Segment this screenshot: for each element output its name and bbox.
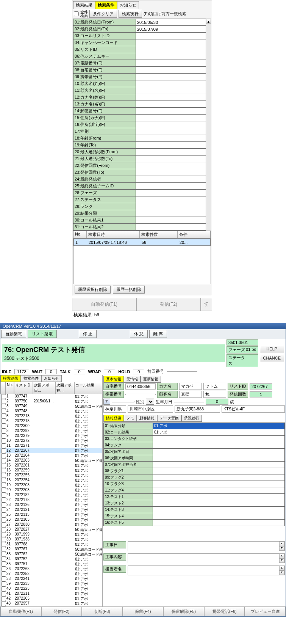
list-row[interactable]: 30397193801:アポ [0,537,102,542]
condition-input[interactable]: 2015/07/09 [136,26,211,33]
break-button[interactable]: 休 憩 [130,330,148,338]
row-checkbox[interactable] [1,503,6,507]
row-checkbox[interactable] [1,532,6,537]
kana-mei[interactable]: ツトム [203,383,226,390]
list-row[interactable]: 5207221301:アポ [0,414,102,419]
register-value[interactable] [153,442,285,449]
condition-input[interactable] [136,196,211,203]
cut-button[interactable]: 切 [201,298,212,311]
call-button[interactable]: 発信(F2) [136,298,201,311]
auto-dial-button[interactable]: 自動架電 [1,330,26,338]
condition-input[interactable] [136,217,211,224]
register-value[interactable] [153,481,285,487]
row-checkbox[interactable] [1,438,6,443]
list-row[interactable]: 42207220501:アポ [0,596,102,601]
row-checkbox[interactable] [1,409,6,414]
condition-input[interactable] [136,60,211,67]
condition-input[interactable] [136,142,211,149]
list-row[interactable]: 12207226701:アポ [0,448,102,453]
execute-search-button[interactable]: 検索実行 [119,10,142,18]
tab-orig-info[interactable]: 元情報 [124,376,141,383]
condition-input[interactable] [136,115,211,121]
condition-input[interactable] [136,74,211,80]
condition-input[interactable] [136,67,211,74]
stop-button[interactable]: 停 止 [79,330,97,338]
scrollbar[interactable]: ▲ [206,19,211,231]
condition-input[interactable]: 2015/05/30 [136,19,211,26]
row-checkbox[interactable] [1,596,6,601]
row-checkbox[interactable] [1,429,6,434]
row-checkbox[interactable] [1,576,6,581]
register-value[interactable] [153,500,285,507]
tab-conditions[interactable]: 検索条件 [95,1,117,9]
list-row[interactable]: 38207224101:アポ [0,576,102,581]
register-value[interactable]: 01:アポ [153,429,285,436]
list-dial-button[interactable]: リスト架電 [28,330,57,338]
condition-input[interactable] [136,169,211,176]
condition-input[interactable] [136,87,211,94]
tab-notice[interactable]: お知らせ [117,1,139,9]
building-value[interactable]: KTSビル4F [222,405,285,413]
list-row[interactable]: 7207230001:アポ [0,424,102,429]
row-checkbox[interactable] [1,498,6,503]
list-row[interactable]: 8207229201:アポ [0,429,102,434]
register-value[interactable] [153,507,285,513]
memo-date-input[interactable]: ▲▼ [128,541,285,551]
pref-value[interactable]: 神奈川県 [103,405,126,413]
list-row[interactable]: 3339776250:結果コード未 [0,552,102,557]
row-checkbox[interactable] [1,414,6,419]
list-row[interactable]: 3239776750:結果コード未 [0,547,102,552]
row-checkbox[interactable] [1,493,6,498]
away-button[interactable]: 離 席 [149,330,167,338]
list-row[interactable]: 17207225501:アポ [0,473,102,478]
list-row[interactable]: 22207217801:アポ [0,498,102,503]
list-row[interactable]: 339774950:結果コード未 [0,404,102,409]
city-value[interactable]: 川崎市中原区 [128,405,173,413]
row-checkbox[interactable] [1,463,6,468]
dob-value[interactable] [174,401,204,402]
condition-input[interactable] [136,176,211,183]
row-checkbox[interactable] [1,399,6,404]
memo-person-input[interactable]: ▲▼ [128,565,285,575]
row-checkbox[interactable] [1,606,6,606]
register-value[interactable] [153,487,285,494]
row-checkbox[interactable] [1,562,6,567]
tab-replace[interactable]: データ置換 [157,415,181,422]
tab-customer[interactable]: 顧客情報 [137,415,157,422]
all-search-checkbox[interactable] [74,11,79,16]
condition-input[interactable] [136,108,211,115]
condition-input[interactable] [136,135,211,142]
footer-button[interactable]: 携帯電話(F6) [204,607,245,616]
list-row[interactable]: 25207211301:アポ [0,512,102,517]
footer-button[interactable]: 保留解除(F5) [163,607,204,616]
condition-input[interactable] [136,210,211,217]
customer-mei[interactable]: 勉 [203,391,226,398]
row-checkbox[interactable] [1,424,6,429]
row-checkbox[interactable] [1,542,6,547]
condition-input[interactable] [136,128,211,135]
scroll-up-icon[interactable]: ▲ [206,19,211,24]
tab-update-info[interactable]: 更新情報 [141,376,161,383]
spin-up-icon[interactable]: ▲ [279,554,284,558]
register-value[interactable] [153,468,285,474]
row-checkbox[interactable] [1,512,6,517]
row-checkbox[interactable] [1,552,6,557]
home-value[interactable]: 0444305356 [125,383,156,390]
delete-all-history-button[interactable]: 履歴一括削除 [113,286,145,294]
row-checkbox[interactable] [1,404,6,409]
left-tab-notice[interactable]: お知らせ [41,375,62,382]
row-checkbox[interactable] [1,434,6,438]
delete-selected-history-button[interactable]: 履歴選択行削除 [75,286,111,294]
row-checkbox[interactable] [1,591,6,596]
tab-approve[interactable]: 承認移行 [181,415,202,422]
condition-input[interactable] [136,203,211,210]
list-row[interactable]: 37207225301:アポ [0,572,102,576]
condition-input[interactable] [136,224,211,231]
list-row[interactable]: 39207223301:アポ [0,581,102,586]
row-checkbox[interactable] [1,419,6,424]
list-row[interactable]: 3139776801:アポ [0,542,102,547]
list-row[interactable]: 23207212601:アポ [0,503,102,507]
list-row[interactable]: 439774801:アポ [0,409,102,414]
list-row[interactable]: 44207230650:結果コード未 [0,606,102,606]
tab-memo[interactable]: メモ [124,415,137,422]
